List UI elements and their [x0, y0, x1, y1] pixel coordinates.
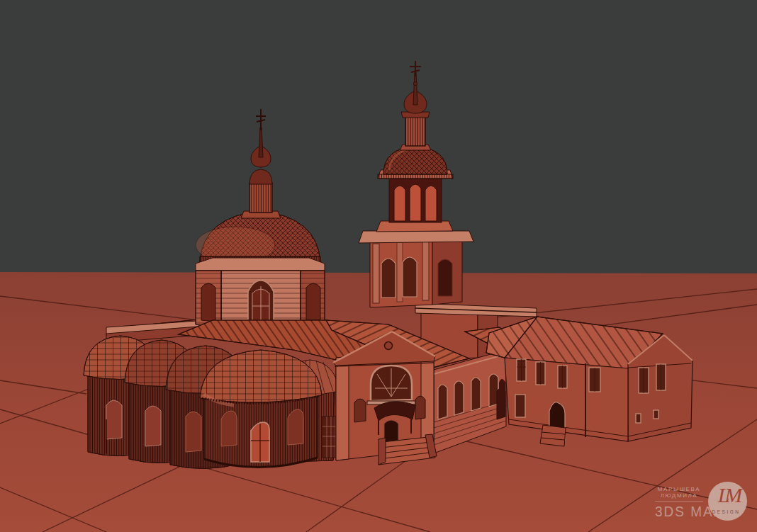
- pediment-oculus: [385, 342, 393, 350]
- east-wing-window: [471, 378, 481, 411]
- apse-4: [200, 350, 322, 468]
- porch-pilaster: [336, 356, 349, 460]
- render-viewport: МАРЫШЕВА ЛЮДМИЛА 3DS MAX LM DESIGN: [0, 0, 757, 532]
- east-wing-window: [438, 385, 447, 419]
- logo-caption: DESIGN: [708, 509, 744, 514]
- watermark: МАРЫШЕВА ЛЮДМИЛА 3DS MAX LM DESIGN: [637, 483, 757, 530]
- belfry-window: [403, 257, 417, 297]
- east-wing-window: [454, 381, 464, 415]
- belfry-arch: [425, 186, 437, 221]
- design-logo: LM DESIGN: [708, 482, 747, 521]
- author-name-line1: МАРЫШЕВА: [655, 486, 703, 492]
- belfry-arch: [410, 184, 421, 221]
- belfry-arch: [394, 186, 405, 221]
- watermark-text: МАРЫШЕВА ЛЮДМИЛА 3DS MAX: [655, 486, 703, 519]
- bell-tower-cornice: [359, 231, 473, 243]
- drum-cornice: [196, 258, 325, 271]
- church-3d-render: [0, 0, 757, 532]
- author-name-line2: ЛЮДМИЛА: [655, 492, 703, 499]
- software-label: 3DS MAX: [655, 503, 703, 520]
- annex-steps: [540, 425, 566, 446]
- watermark-divider: [655, 501, 703, 502]
- logo-monogram: LM: [708, 483, 747, 507]
- belfry-window: [381, 259, 396, 298]
- entrance-door: [384, 420, 398, 442]
